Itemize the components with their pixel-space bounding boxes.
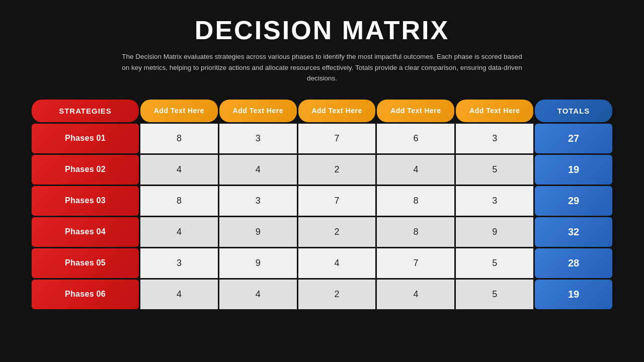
data-cell: 4 bbox=[140, 217, 218, 247]
data-cell: 7 bbox=[377, 248, 454, 278]
data-cell: 5 bbox=[456, 155, 533, 185]
table-row: Phases 038378329 bbox=[32, 186, 612, 216]
data-cell: 3 bbox=[456, 124, 533, 153]
data-cell: 8 bbox=[377, 217, 454, 247]
phase-label-cell: Phases 03 bbox=[32, 186, 139, 216]
data-cell: 9 bbox=[456, 217, 533, 247]
data-cell: 8 bbox=[140, 124, 218, 153]
col5-header: Add Text Here bbox=[456, 100, 533, 122]
data-cell: 2 bbox=[298, 155, 376, 185]
col1-header: Add Text Here bbox=[140, 100, 218, 122]
total-cell: 28 bbox=[535, 248, 612, 278]
col3-header: Add Text Here bbox=[298, 100, 376, 122]
table-row: Phases 018376327 bbox=[32, 124, 612, 153]
decision-matrix-table: STRATEGIES Add Text Here Add Text Here A… bbox=[30, 98, 614, 311]
data-cell: 7 bbox=[298, 124, 376, 153]
data-cell: 3 bbox=[456, 186, 533, 216]
table-row: Phases 044928932 bbox=[32, 217, 612, 247]
data-cell: 8 bbox=[377, 186, 454, 216]
strategies-header: STRATEGIES bbox=[32, 100, 139, 122]
matrix-table-wrapper: STRATEGIES Add Text Here Add Text Here A… bbox=[30, 98, 614, 311]
data-cell: 9 bbox=[219, 217, 297, 247]
data-cell: 7 bbox=[298, 186, 376, 216]
table-row: Phases 064424519 bbox=[32, 280, 612, 309]
col4-header: Add Text Here bbox=[377, 100, 454, 122]
data-cell: 6 bbox=[377, 124, 454, 153]
phase-label-cell: Phases 05 bbox=[32, 248, 139, 278]
data-cell: 2 bbox=[298, 217, 376, 247]
data-cell: 4 bbox=[140, 155, 218, 185]
table-row: Phases 024424519 bbox=[32, 155, 612, 185]
data-cell: 5 bbox=[456, 248, 533, 278]
phase-label-cell: Phases 04 bbox=[32, 217, 139, 247]
table-row: Phases 053947528 bbox=[32, 248, 612, 278]
page-subtitle: The Decision Matrix evaluates strategies… bbox=[121, 51, 523, 84]
data-cell: 8 bbox=[140, 186, 218, 216]
total-cell: 27 bbox=[535, 124, 612, 153]
data-cell: 4 bbox=[377, 155, 454, 185]
data-cell: 4 bbox=[140, 280, 218, 309]
total-cell: 32 bbox=[535, 217, 612, 247]
data-cell: 4 bbox=[219, 155, 297, 185]
phase-label-cell: Phases 06 bbox=[32, 280, 139, 309]
data-cell: 4 bbox=[377, 280, 454, 309]
data-cell: 2 bbox=[298, 280, 376, 309]
col2-header: Add Text Here bbox=[219, 100, 297, 122]
data-cell: 9 bbox=[219, 248, 297, 278]
totals-header: TOTALS bbox=[535, 100, 612, 122]
phase-label-cell: Phases 01 bbox=[32, 124, 139, 153]
total-cell: 19 bbox=[535, 280, 612, 309]
data-cell: 4 bbox=[219, 280, 297, 309]
data-cell: 5 bbox=[456, 280, 533, 309]
total-cell: 19 bbox=[535, 155, 612, 185]
data-cell: 3 bbox=[219, 186, 297, 216]
phase-label-cell: Phases 02 bbox=[32, 155, 139, 185]
page-title: DECISION MATRIX bbox=[195, 15, 449, 45]
data-cell: 4 bbox=[298, 248, 376, 278]
data-cell: 3 bbox=[219, 124, 297, 153]
data-cell: 3 bbox=[140, 248, 218, 278]
total-cell: 29 bbox=[535, 186, 612, 216]
